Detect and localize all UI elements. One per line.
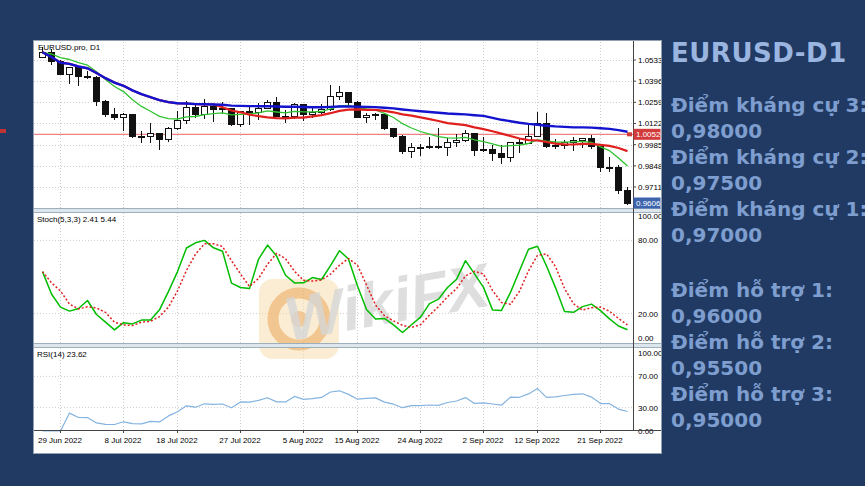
stoch-tick: 80.00 [638,236,659,245]
price-tick: 1.01220 [638,119,661,128]
support-levels: Điểm hỗ trợ 1: 0,96000 Điểm hỗ trợ 2: 0,… [671,277,865,433]
rsi-tick: 0.00 [638,427,654,436]
date-tick: 2 Sep 2022 [463,436,504,445]
date-tick: 12 Sep 2022 [514,436,560,445]
svg-text:1.00520: 1.00520 [636,130,661,139]
stoch-tick: 20.00 [638,310,659,319]
page: { "page": { "background": "#213a63" }, "… [0,0,865,486]
resistance-levels: Điểm kháng cự 3: 0,98000 Điểm kháng cự 2… [671,92,865,248]
price-tick: 0.97110 [638,183,661,192]
resistance-1-value: 0,97000 [671,222,865,248]
date-tick: 24 Aug 2022 [398,436,443,445]
date-tick: 18 Jul 2022 [156,436,198,445]
analysis-panel: EURUSD-D1 Điểm kháng cự 3: 0,98000 Điểm … [671,38,865,433]
date-tick: 21 Sep 2022 [577,436,623,445]
support-3-label: Điểm hỗ trợ 3: [671,381,865,407]
date-tick: 15 Aug 2022 [335,436,380,445]
date-tick: 29 Jun 2022 [38,436,83,445]
price-tick: 1.05330 [638,56,661,65]
stoch-tick: 100.00 [638,212,661,221]
resistance-2-value: 0,97500 [671,170,865,196]
rsi-tick: 70.00 [638,372,659,381]
price-tick: 1.02590 [638,98,661,107]
stoch-label: Stoch(5,3,3) 2.41 5.44 [37,215,117,224]
date-tick: 8 Jul 2022 [105,436,142,445]
mt4-chart-window: WikiFX1.053301.039601.025901.012200.9985… [33,40,662,454]
hline-left-marker [0,129,6,133]
support-3-value: 0,95000 [671,407,865,433]
date-tick: 27 Jul 2022 [219,436,261,445]
resistance-3-label: Điểm kháng cự 3: [671,92,865,118]
resistance-2-label: Điểm kháng cự 2: [671,144,865,170]
resistance-1-label: Điểm kháng cự 1: [671,196,865,222]
date-tick: 5 Aug 2022 [283,436,324,445]
symbol-label: EURUSD.pro, D1 [38,43,101,52]
levels-gap [671,248,865,277]
pair-title: EURUSD-D1 [671,38,865,68]
rsi-label: RSI(14) 23.62 [37,350,87,359]
stoch-tick: 0.00 [638,334,654,343]
svg-text:0.96069: 0.96069 [636,199,661,208]
price-tick: 0.98480 [638,162,661,171]
support-2-value: 0,95500 [671,355,865,381]
support-2-label: Điểm hỗ trợ 2: [671,329,865,355]
price-tick: 0.99850 [638,141,661,150]
candlestick-chart: WikiFX1.053301.039601.025901.012200.9985… [34,41,661,453]
hline-right-marker [627,132,632,136]
rsi-tick: 30.00 [638,404,659,413]
price-tick: 1.03960 [638,77,661,86]
support-1-value: 0,96000 [671,303,865,329]
support-1-label: Điểm hỗ trợ 1: [671,277,865,303]
rsi-tick: 100.00 [638,349,661,358]
resistance-3-value: 0,98000 [671,118,865,144]
